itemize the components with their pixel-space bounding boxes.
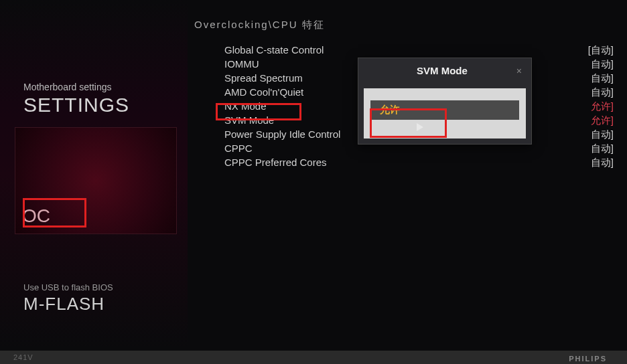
mflash-subtitle: Use USB to flash BIOS: [23, 282, 113, 292]
setting-value: 自动]: [588, 155, 614, 169]
values-column: [自动] 自动] 自动] 自动] 允许] 允许] 自动] 自动] 自动]: [588, 43, 614, 169]
breadcrumb: Overclocking\CPU 特征: [194, 19, 325, 31]
highlight-box-svm: [216, 103, 301, 120]
settings-title: SETTINGS: [23, 94, 129, 116]
setting-item[interactable]: Global C-state Control: [224, 43, 340, 57]
highlight-box-oc: [23, 198, 86, 227]
monitor-brand: PHILIPS: [569, 355, 607, 363]
setting-item[interactable]: AMD Cool'n'Quiet: [224, 85, 340, 99]
bottom-bar: 241V: [0, 351, 627, 364]
setting-item[interactable]: CPPC: [224, 141, 340, 155]
setting-value: 自动]: [588, 85, 614, 99]
setting-item[interactable]: Spread Spectrum: [224, 71, 340, 85]
mflash-title: M-FLASH: [23, 294, 113, 314]
sidebar: Motherboard settings SETTINGS OC Use USB…: [0, 0, 188, 348]
setting-item[interactable]: Power Supply Idle Control: [224, 127, 340, 141]
setting-value: 自动]: [588, 141, 614, 155]
setting-value: 自动]: [588, 71, 614, 85]
close-icon[interactable]: ×: [516, 66, 522, 76]
setting-value: 自动]: [588, 127, 614, 141]
highlight-box-option: [370, 108, 447, 138]
settings-subtitle: Motherboard settings: [23, 82, 129, 92]
power-info: 241V: [0, 353, 33, 361]
setting-value: 允许]: [588, 113, 614, 127]
setting-item[interactable]: CPPC Preferred Cores: [224, 155, 340, 169]
setting-value: 允许]: [588, 99, 614, 113]
settings-section[interactable]: Motherboard settings SETTINGS: [23, 82, 129, 116]
setting-value: [自动]: [588, 43, 614, 57]
setting-item[interactable]: IOMMU: [224, 57, 340, 71]
mflash-section[interactable]: Use USB to flash BIOS M-FLASH: [23, 282, 113, 314]
popup-title: SVM Mode: [368, 65, 516, 76]
setting-value: 自动]: [588, 57, 614, 71]
popup-header: SVM Mode ×: [358, 58, 531, 83]
